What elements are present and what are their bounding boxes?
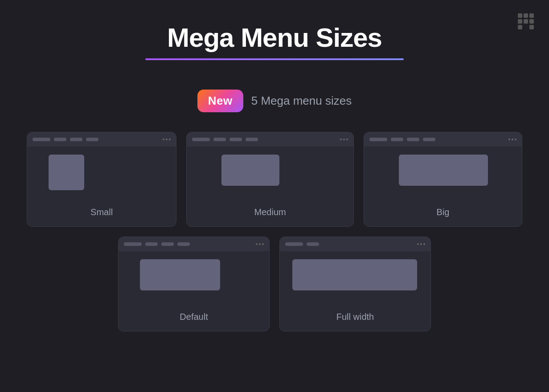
- logo-cell: [518, 25, 522, 29]
- browser-tab: [391, 138, 403, 141]
- dot: [423, 243, 425, 245]
- logo: [518, 13, 536, 31]
- browser-bar-default: [119, 237, 269, 251]
- title-underline: [145, 58, 404, 60]
- card-default[interactable]: Default: [118, 237, 270, 331]
- dot: [259, 243, 261, 245]
- dot: [262, 243, 264, 245]
- preview-block-big: [399, 155, 488, 186]
- cards-section: Small Medium: [0, 132, 549, 331]
- top-cards-row: Small Medium: [27, 132, 522, 227]
- badge-description: 5 Mega menu sizes: [251, 94, 352, 108]
- logo-cell: [529, 25, 534, 29]
- browser-tab-active: [192, 138, 210, 141]
- logo-cell: [524, 13, 528, 18]
- preview-block-medium: [221, 155, 279, 186]
- dot: [346, 139, 348, 140]
- dot: [163, 139, 164, 140]
- page-container: Mega Menu Sizes New 5 Mega menu sizes: [0, 0, 549, 392]
- card-content-big: [364, 147, 522, 200]
- logo-cell-empty: [524, 25, 528, 29]
- dot: [166, 139, 168, 140]
- browser-bar-big: [364, 132, 522, 147]
- card-big[interactable]: Big: [364, 132, 522, 227]
- dot: [420, 243, 422, 245]
- logo-cell: [518, 13, 522, 18]
- new-badge: New: [197, 90, 243, 112]
- dot: [169, 139, 171, 140]
- browser-tab: [161, 242, 174, 246]
- logo-cell: [518, 19, 522, 24]
- browser-tab: [145, 242, 158, 246]
- browser-tab: [86, 138, 98, 141]
- browser-tab: [423, 138, 435, 141]
- preview-block-default: [140, 259, 220, 290]
- dot: [515, 139, 516, 140]
- browser-tab-active: [124, 242, 142, 246]
- dot: [417, 243, 419, 245]
- browser-tab: [177, 242, 190, 246]
- browser-tab-active: [285, 242, 303, 246]
- title-section: Mega Menu Sizes: [145, 22, 404, 60]
- browser-tab-active: [33, 138, 50, 141]
- browser-dots: [417, 243, 425, 245]
- card-content-fullwidth: [280, 251, 430, 305]
- logo-cell: [529, 13, 534, 18]
- browser-tab: [229, 138, 242, 141]
- bottom-cards-row: Default Full width: [27, 237, 522, 331]
- card-content-medium: [187, 147, 353, 200]
- card-label-big: Big: [364, 200, 522, 226]
- card-content-small: [27, 147, 176, 200]
- logo-cell: [524, 19, 528, 24]
- browser-tab-active: [369, 138, 387, 141]
- dot: [340, 139, 342, 140]
- card-label-default: Default: [119, 305, 269, 331]
- browser-dots: [340, 139, 348, 140]
- browser-dots: [163, 139, 171, 140]
- page-title: Mega Menu Sizes: [145, 22, 404, 53]
- browser-dots: [256, 243, 264, 245]
- logo-icon: [518, 13, 534, 29]
- dot: [508, 139, 510, 140]
- card-medium[interactable]: Medium: [186, 132, 354, 227]
- card-content-default: [119, 251, 269, 305]
- browser-tab: [307, 242, 319, 246]
- browser-tab: [54, 138, 66, 141]
- browser-bar-fullwidth: [280, 237, 430, 251]
- dot: [256, 243, 258, 245]
- card-label-medium: Medium: [187, 200, 353, 226]
- card-label-fullwidth: Full width: [280, 305, 430, 331]
- browser-tab: [213, 138, 226, 141]
- card-label-small: Small: [27, 200, 176, 226]
- browser-bar-medium: [187, 132, 353, 147]
- logo-cell: [529, 19, 534, 24]
- preview-block-small: [49, 155, 84, 190]
- browser-tab: [246, 138, 258, 141]
- preview-block-fullwidth: [292, 259, 417, 290]
- browser-tab: [407, 138, 419, 141]
- card-fullwidth[interactable]: Full width: [279, 237, 431, 331]
- dot: [512, 139, 513, 140]
- card-small[interactable]: Small: [27, 132, 176, 227]
- browser-bar-small: [27, 132, 176, 147]
- badge-row: New 5 Mega menu sizes: [197, 90, 352, 112]
- browser-dots: [508, 139, 516, 140]
- dot: [343, 139, 345, 140]
- browser-tab: [70, 138, 82, 141]
